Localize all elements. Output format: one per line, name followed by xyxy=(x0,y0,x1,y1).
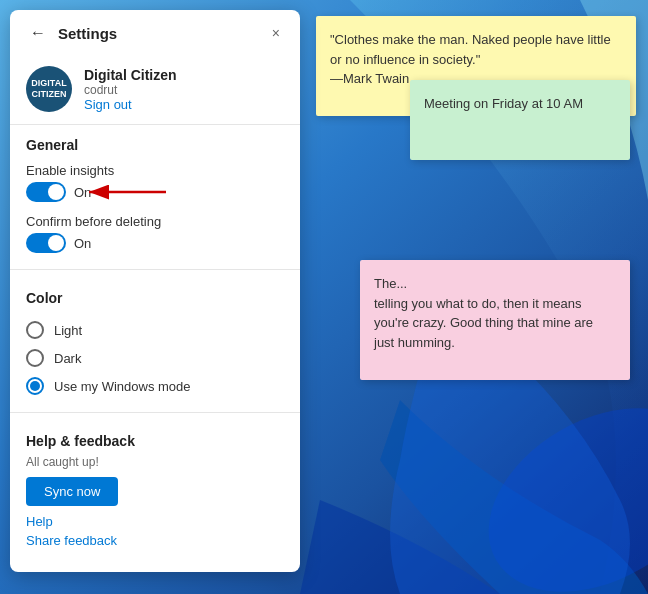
enable-insights-row: Enable insights On xyxy=(10,159,300,210)
radio-light-outer xyxy=(26,321,44,339)
profile-email: codrut xyxy=(84,83,177,97)
avatar: DIGITAL CITIZEN xyxy=(26,66,72,112)
avatar-text: DIGITAL CITIZEN xyxy=(31,78,66,100)
note-yellow-text: "Clothes make the man. Naked people have… xyxy=(330,32,611,86)
help-link[interactable]: Help xyxy=(26,514,284,529)
settings-title: Settings xyxy=(58,25,117,42)
settings-panel: ← Settings × DIGITAL CITIZEN Digital Cit… xyxy=(10,10,300,572)
radio-dark-outer xyxy=(26,349,44,367)
color-section-header: Color xyxy=(10,278,300,312)
enable-insights-toggle[interactable] xyxy=(26,182,66,202)
all-caught-text: All caught up! xyxy=(26,455,284,469)
radio-windows-label: Use my Windows mode xyxy=(54,379,191,394)
sticky-note-pink: The... telling you what to do, then it m… xyxy=(360,260,630,380)
divider-1 xyxy=(10,269,300,270)
sticky-note-green: Meeting on Friday at 10 AM xyxy=(410,80,630,160)
profile-section: DIGITAL CITIZEN Digital Citizen codrut S… xyxy=(10,54,300,125)
general-section-header: General xyxy=(10,125,300,159)
radio-windows[interactable]: Use my Windows mode xyxy=(26,372,284,400)
note-pink-text: The... telling you what to do, then it m… xyxy=(374,276,593,350)
confirm-delete-state: On xyxy=(74,236,91,251)
confirm-delete-row: Confirm before deleting On xyxy=(10,210,300,261)
back-button[interactable]: ← xyxy=(26,22,50,44)
radio-dark[interactable]: Dark xyxy=(26,344,284,372)
profile-name: Digital Citizen xyxy=(84,67,177,83)
radio-light-label: Light xyxy=(54,323,82,338)
close-button[interactable]: × xyxy=(268,23,284,43)
settings-header: ← Settings × xyxy=(10,10,300,54)
profile-info: Digital Citizen codrut Sign out xyxy=(84,67,177,112)
radio-windows-outer xyxy=(26,377,44,395)
sync-now-button[interactable]: Sync now xyxy=(26,477,118,506)
red-arrow xyxy=(81,178,171,206)
confirm-delete-toggle-container: On xyxy=(26,233,284,253)
color-radio-group: Light Dark Use my Windows mode xyxy=(10,312,300,404)
divider-2 xyxy=(10,412,300,413)
enable-insights-label: Enable insights xyxy=(26,163,284,178)
sign-out-link[interactable]: Sign out xyxy=(84,97,177,112)
help-section: All caught up! Sync now Help Share feedb… xyxy=(10,455,300,548)
radio-light[interactable]: Light xyxy=(26,316,284,344)
radio-windows-inner xyxy=(30,381,40,391)
header-left: ← Settings xyxy=(26,22,117,44)
note-green-text: Meeting on Friday at 10 AM xyxy=(424,96,583,111)
help-section-header: Help & feedback xyxy=(10,421,300,455)
radio-dark-label: Dark xyxy=(54,351,81,366)
share-feedback-link[interactable]: Share feedback xyxy=(26,533,284,548)
confirm-delete-toggle[interactable] xyxy=(26,233,66,253)
confirm-delete-label: Confirm before deleting xyxy=(26,214,284,229)
